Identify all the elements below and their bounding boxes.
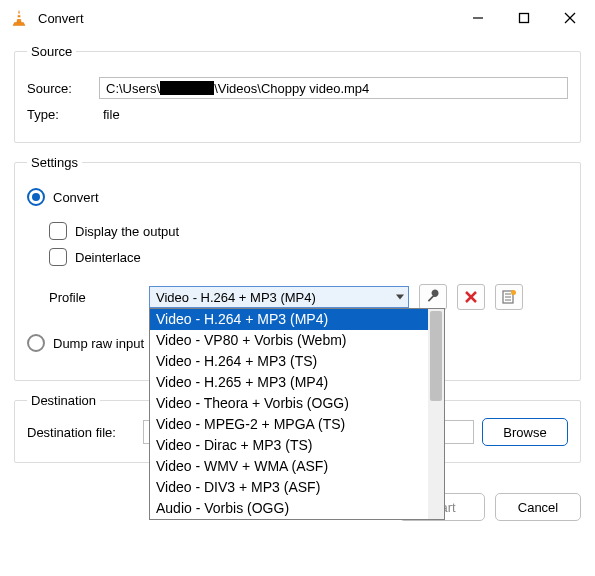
source-legend: Source bbox=[27, 44, 76, 59]
profile-option[interactable]: Video - WMV + WMA (ASF) bbox=[150, 456, 428, 477]
source-group: Source Source: C:\Users\\Videos\Choppy v… bbox=[14, 44, 581, 143]
destination-legend: Destination bbox=[27, 393, 100, 408]
profile-option[interactable]: Video - Dirac + MP3 (TS) bbox=[150, 435, 428, 456]
browse-button[interactable]: Browse bbox=[482, 418, 568, 446]
redacted-username bbox=[160, 81, 214, 95]
source-label: Source: bbox=[27, 81, 89, 96]
x-red-icon bbox=[463, 289, 479, 305]
dump-raw-radio-input[interactable] bbox=[27, 334, 45, 352]
profile-label: Profile bbox=[49, 290, 139, 305]
convert-radio[interactable]: Convert bbox=[27, 188, 99, 206]
cancel-button[interactable]: Cancel bbox=[495, 493, 581, 521]
svg-rect-0 bbox=[18, 14, 21, 16]
destination-file-label: Destination file: bbox=[27, 425, 135, 440]
dump-raw-radio[interactable]: Dump raw input bbox=[27, 334, 144, 352]
source-path-input[interactable]: C:\Users\\Videos\Choppy video.mp4 bbox=[99, 77, 568, 99]
display-output-checkbox-input[interactable] bbox=[49, 222, 67, 240]
type-label: Type: bbox=[27, 107, 89, 122]
profile-combo[interactable]: Video - H.264 + MP3 (MP4) Video - H.264 … bbox=[149, 286, 409, 308]
delete-profile-button[interactable] bbox=[457, 284, 485, 310]
vlc-cone-icon bbox=[10, 9, 28, 27]
profile-option[interactable]: Video - Theora + Vorbis (OGG) bbox=[150, 393, 428, 414]
convert-radio-label: Convert bbox=[53, 190, 99, 205]
profile-option[interactable]: Video - H.265 + MP3 (MP4) bbox=[150, 372, 428, 393]
profile-dropdown-scrollbar[interactable] bbox=[428, 309, 444, 519]
svg-rect-1 bbox=[17, 17, 21, 19]
chevron-down-icon bbox=[396, 295, 404, 300]
profile-option[interactable]: Video - DIV3 + MP3 (ASF) bbox=[150, 477, 428, 498]
settings-group: Settings Convert Display the output Dein… bbox=[14, 155, 581, 381]
new-profile-button[interactable] bbox=[495, 284, 523, 310]
type-value: file bbox=[103, 107, 120, 122]
scrollbar-thumb[interactable] bbox=[430, 311, 442, 401]
close-button[interactable] bbox=[547, 2, 593, 34]
svg-point-12 bbox=[511, 290, 516, 295]
deinterlace-checkbox[interactable]: Deinterlace bbox=[49, 248, 141, 266]
profile-option[interactable]: Video - H.264 + MP3 (TS) bbox=[150, 351, 428, 372]
profile-selected-text: Video - H.264 + MP3 (MP4) bbox=[156, 290, 316, 305]
display-output-checkbox[interactable]: Display the output bbox=[49, 222, 179, 240]
profile-option[interactable]: Video - MPEG-2 + MPGA (TS) bbox=[150, 414, 428, 435]
window-controls bbox=[455, 2, 593, 34]
edit-profile-button[interactable] bbox=[419, 284, 447, 310]
profile-option[interactable]: Audio - Vorbis (OGG) bbox=[150, 498, 428, 519]
profile-combo-box[interactable]: Video - H.264 + MP3 (MP4) bbox=[149, 286, 409, 308]
convert-radio-input[interactable] bbox=[27, 188, 45, 206]
deinterlace-label: Deinterlace bbox=[75, 250, 141, 265]
maximize-button[interactable] bbox=[501, 2, 547, 34]
deinterlace-checkbox-input[interactable] bbox=[49, 248, 67, 266]
wrench-icon bbox=[425, 289, 441, 305]
minimize-button[interactable] bbox=[455, 2, 501, 34]
settings-legend: Settings bbox=[27, 155, 82, 170]
profile-option[interactable]: Video - H.264 + MP3 (MP4) bbox=[150, 309, 428, 330]
source-path-suffix: \Videos\Choppy video.mp4 bbox=[214, 81, 369, 96]
svg-rect-3 bbox=[520, 14, 529, 23]
titlebar: Convert bbox=[0, 0, 595, 36]
profile-dropdown-items: Video - H.264 + MP3 (MP4)Video - VP80 + … bbox=[150, 309, 428, 519]
display-output-label: Display the output bbox=[75, 224, 179, 239]
new-list-icon bbox=[501, 289, 517, 305]
dump-raw-label: Dump raw input bbox=[53, 336, 144, 351]
window-title: Convert bbox=[38, 11, 455, 26]
profile-option[interactable]: Video - VP80 + Vorbis (Webm) bbox=[150, 330, 428, 351]
profile-dropdown-list: Video - H.264 + MP3 (MP4)Video - VP80 + … bbox=[149, 308, 445, 520]
source-path-prefix: C:\Users\ bbox=[106, 81, 160, 96]
